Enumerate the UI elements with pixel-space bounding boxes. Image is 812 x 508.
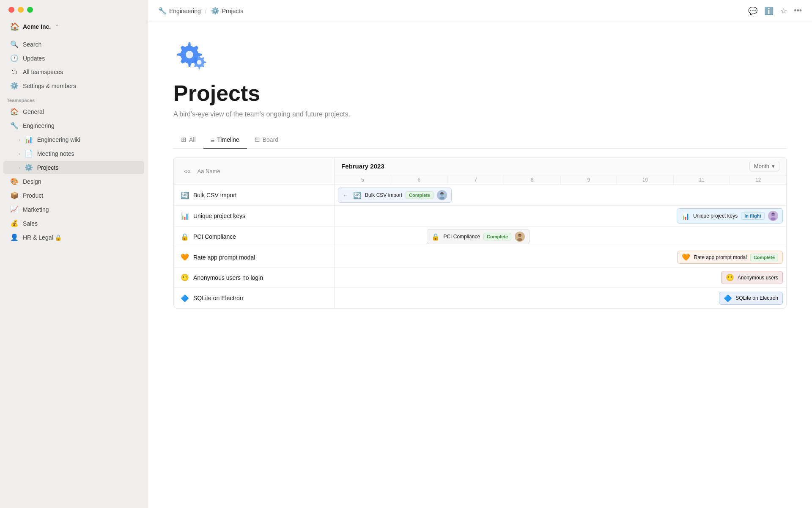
month-selector[interactable]: Month ▾ <box>749 161 779 171</box>
tab-timeline[interactable]: ≡ Timeline <box>203 132 247 149</box>
row-name-sqlite[interactable]: 🔷 SQLite on Electron <box>174 288 335 308</box>
breadcrumb-projects-label: Projects <box>222 8 244 14</box>
row-label: Bulk CSV import <box>193 192 237 199</box>
palette-icon: 🎨 <box>10 177 19 185</box>
dollar-icon: 💰 <box>10 219 19 227</box>
breadcrumb-separator: / <box>205 8 207 14</box>
row-name-pci[interactable]: 🔒 PCI Compliance <box>174 226 335 247</box>
topbar-actions: 💬 ℹ️ ☆ ••• <box>748 6 802 16</box>
row-label: Anonymous users no login <box>193 274 263 281</box>
table-icon: 📊 <box>25 135 33 144</box>
bar-label: Unique project keys <box>693 213 738 219</box>
collapse-button[interactable]: «« <box>181 166 194 176</box>
name-col-label: Aa Name <box>198 168 220 174</box>
table-row: 🧡 Rate app prompt modal 🧡 Rate app promp… <box>174 247 786 268</box>
sidebar-item-label: Product <box>23 192 137 199</box>
chart-icon: 📈 <box>10 205 19 213</box>
day-cell: 12 <box>730 175 786 185</box>
row-label: Unique project keys <box>193 213 245 219</box>
lock-icon: 🔒 <box>181 233 189 241</box>
breadcrumb-projects[interactable]: ⚙️ Projects <box>211 7 244 15</box>
comment-icon[interactable]: 💬 <box>748 6 757 16</box>
tab-board-label: Board <box>263 136 278 143</box>
tab-all[interactable]: ⊞ All <box>173 132 203 149</box>
topbar: 🔧 Engineering / ⚙️ Projects 💬 ℹ️ ☆ ••• <box>148 0 812 22</box>
sidebar-item-label: Sales <box>23 220 137 227</box>
timeline-tab-icon: ≡ <box>211 136 215 144</box>
main-content: 🔧 Engineering / ⚙️ Projects 💬 ℹ️ ☆ ••• <box>148 0 812 508</box>
svg-point-7 <box>771 218 776 221</box>
teamspaces-section-label: Teamspaces <box>0 93 148 105</box>
sidebar-item-meeting-notes[interactable]: › 📄 Meeting notes <box>3 147 144 160</box>
row-label: SQLite on Electron <box>193 295 243 301</box>
row-name-unique-keys[interactable]: 📊 Unique project keys <box>174 206 335 226</box>
timeline-bar-pci[interactable]: 🔒 PCI Compliance Complete <box>427 229 529 244</box>
sidebar-item-settings[interactable]: ⚙️ Settings & members <box>3 79 144 92</box>
home-icon: 🏠 <box>10 108 19 116</box>
more-options-icon[interactable]: ••• <box>794 6 802 15</box>
sidebar-item-marketing[interactable]: 📈 Marketing <box>3 203 144 216</box>
breadcrumb-engineering[interactable]: 🔧 Engineering <box>158 7 201 15</box>
sidebar-item-projects[interactable]: › ⚙️ Projects <box>3 161 144 174</box>
close-button[interactable] <box>8 7 14 13</box>
sidebar-item-all-teamspaces[interactable]: 🗂 All teamspaces <box>3 66 144 78</box>
lock-bar-icon: 🔒 <box>431 233 440 241</box>
month-control-label: Month <box>754 163 769 169</box>
diamond-icon: 🔷 <box>181 294 189 302</box>
projects-breadcrumb-icon: ⚙️ <box>211 7 219 15</box>
star-icon[interactable]: ☆ <box>780 6 787 16</box>
svg-point-10 <box>517 238 522 241</box>
tab-board[interactable]: ⊟ Board <box>247 132 286 149</box>
page-emoji-icon <box>173 39 787 75</box>
timeline-bar-anon[interactable]: 😶 Anonymous users <box>721 271 783 284</box>
sidebar-item-engineering-wiki[interactable]: › 📊 Engineering wiki <box>3 133 144 146</box>
sidebar-item-search[interactable]: 🔍 Search <box>3 38 144 51</box>
timeline-calendar: February 2023 Month ▾ 5 6 7 8 9 10 11 <box>335 157 786 185</box>
row-label: Rate app prompt modal <box>193 254 255 261</box>
timeline-month-row: February 2023 Month ▾ <box>335 157 786 175</box>
row-name-rate-app[interactable]: 🧡 Rate app prompt modal <box>174 247 335 267</box>
row-name-bulk-csv[interactable]: 🔄 Bulk CSV import <box>174 185 335 205</box>
heart-bar-icon: 🧡 <box>682 253 690 261</box>
timeline-bar-rate-app[interactable]: 🧡 Rate app prompt modal Complete <box>677 251 783 264</box>
bar-label: Bulk CSV import <box>365 192 402 198</box>
row-content-pci: 🔒 PCI Compliance Complete <box>335 226 786 247</box>
workspace-chevron-icon: ⌃ <box>55 24 59 30</box>
person-icon: 👤 <box>10 233 19 241</box>
minimize-button[interactable] <box>18 7 24 13</box>
table-row: 📊 Unique project keys 📊 Unique project k… <box>174 206 786 226</box>
timeline-bar-bulk-csv[interactable]: ← 🔄 Bulk CSV import Complete <box>338 188 452 203</box>
table-bar-icon: 📊 <box>681 212 690 220</box>
info-icon[interactable]: ℹ️ <box>764 6 774 16</box>
sidebar-item-sales[interactable]: 💰 Sales <box>3 217 144 230</box>
diamond-bar-icon: 🔷 <box>724 294 732 302</box>
sidebar-item-updates[interactable]: 🕐 Updates <box>3 52 144 65</box>
sidebar-item-product[interactable]: 📦 Product <box>3 189 144 202</box>
sidebar-item-hr-legal[interactable]: 👤 HR & Legal 🔒 <box>3 231 144 244</box>
fullscreen-button[interactable] <box>27 7 33 13</box>
tab-timeline-label: Timeline <box>217 136 239 143</box>
heart-icon: 🧡 <box>181 253 189 261</box>
timeline-bar-unique-keys[interactable]: 📊 Unique project keys In flight <box>677 208 783 224</box>
chevron-right-icon: › <box>19 165 20 170</box>
sidebar-item-design[interactable]: 🎨 Design <box>3 175 144 188</box>
sync-icon: 🔄 <box>181 191 189 199</box>
sidebar-item-engineering[interactable]: 🔧 Engineering <box>3 119 144 132</box>
bar-label: Anonymous users <box>738 275 778 281</box>
page-content: Projects A bird's-eye view of the team's… <box>148 22 812 508</box>
bar-label: SQLite on Electron <box>735 295 778 301</box>
svg-point-4 <box>439 197 444 200</box>
workspace-selector[interactable]: 🏠 Acme Inc. ⌃ <box>3 19 144 34</box>
sync-bar-icon: 🔄 <box>353 191 362 199</box>
row-name-anon-users[interactable]: 😶 Anonymous users no login <box>174 268 335 287</box>
bar-label: Rate app prompt modal <box>694 254 746 260</box>
engineering-breadcrumb-icon: 🔧 <box>158 7 167 15</box>
box-icon: 📦 <box>10 191 19 199</box>
row-content-sqlite: 🔷 SQLite on Electron <box>335 288 786 308</box>
avatar <box>768 211 778 221</box>
grid-tab-icon: ⊞ <box>181 136 187 144</box>
sidebar-item-general[interactable]: 🏠 General <box>3 105 144 118</box>
sidebar-item-label: General <box>23 108 137 115</box>
back-arrow-icon: ← <box>343 192 348 199</box>
timeline-bar-sqlite[interactable]: 🔷 SQLite on Electron <box>719 292 783 305</box>
